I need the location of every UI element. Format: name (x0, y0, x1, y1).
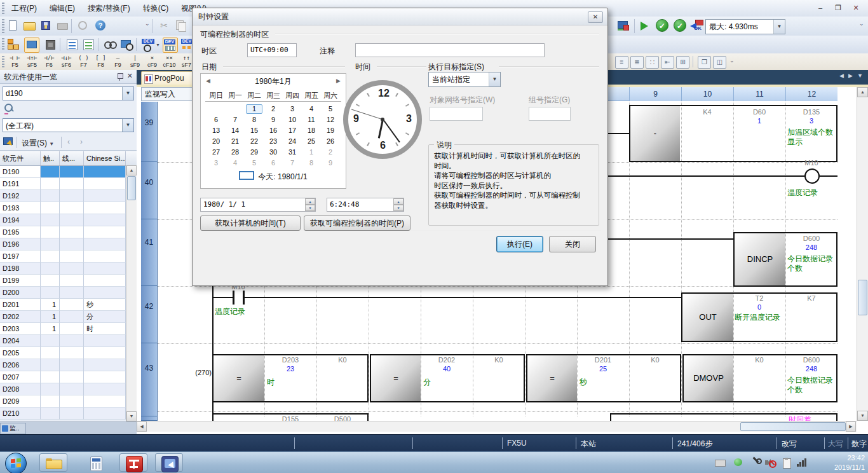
close-panel-icon[interactable]: ✕ (127, 72, 133, 80)
menu-item[interactable]: 搜索/替换(F) (81, 0, 137, 17)
save-icon[interactable] (39, 19, 52, 32)
statement-display-icon[interactable]: ≡ (615, 56, 628, 69)
table-row[interactable]: D197 (0, 250, 137, 263)
table-row[interactable]: D195 (0, 226, 137, 238)
close-dialog-button[interactable]: 关闭 (549, 236, 596, 252)
table-row[interactable]: D201 1 秒 (0, 299, 137, 311)
table-row[interactable]: D200 (0, 287, 137, 299)
verify-check-icon[interactable]: ✓ (656, 19, 668, 32)
chevron-down-icon[interactable]: ▼ (489, 72, 500, 86)
date-spinner[interactable]: ▲ ▼ (305, 198, 315, 211)
calendar-day[interactable]: 6 (207, 114, 226, 125)
time-spinner[interactable]: ▲ ▼ (393, 198, 403, 211)
device-usage-list-icon[interactable]: DEV (163, 38, 178, 53)
ladder-symbol-button[interactable]: ⊣ ⊢ F5 (6, 55, 24, 69)
table-row[interactable]: D194 (0, 214, 137, 226)
target-station-dropdown[interactable]: 当前站指定 ▼ (428, 72, 501, 87)
window-cascade-icon[interactable]: ❐ (698, 56, 711, 69)
calendar-day[interactable]: 30 (264, 147, 283, 158)
time-spinner-field[interactable]: 6:24:48 ▲ ▼ (327, 198, 404, 212)
calendar-day[interactable]: 17 (283, 125, 302, 136)
chevron-down-icon[interactable]: ▼ (773, 20, 785, 34)
taskbar-explorer-button[interactable] (39, 453, 67, 472)
scan-time-dropdown[interactable]: 最大: 4.930ms ▼ (705, 19, 785, 34)
ladder-symbol-button[interactable]: ⊣/⊢ F6 (41, 55, 58, 69)
cross-reference-list-icon[interactable] (65, 38, 79, 51)
table-row[interactable]: D205 (0, 347, 137, 359)
chat-tray-icon[interactable] (734, 458, 744, 468)
menu-item[interactable]: 编辑(E) (43, 0, 81, 17)
tab-scroll-left-icon[interactable]: ◀ (839, 72, 844, 79)
calendar-day[interactable]: 1 (302, 147, 321, 158)
window-tile-icon[interactable]: ◫ (713, 56, 726, 69)
chevron-down-icon[interactable]: ▼ (122, 87, 133, 100)
horizontal-scrollbar[interactable]: ◀ ▶ (137, 421, 857, 432)
scope-combo[interactable]: (全工程) ▼ (3, 118, 134, 132)
clipboard-tray-icon[interactable] (782, 458, 792, 468)
table-row[interactable]: D191 (0, 178, 137, 190)
scroll-down-icon[interactable]: ▼ (126, 411, 137, 422)
table-row[interactable]: D202 1 分 (0, 311, 137, 323)
tool-tray-icon[interactable] (751, 458, 761, 468)
calendar-day[interactable]: 1 (245, 104, 264, 114)
spin-down-icon[interactable]: ▼ (393, 205, 403, 211)
open-project-icon[interactable] (23, 19, 36, 32)
table-row[interactable]: D196 (0, 238, 137, 250)
new-project-icon[interactable] (6, 19, 19, 32)
spin-down-icon[interactable]: ▼ (305, 205, 315, 211)
table-row[interactable]: D206 (0, 359, 137, 371)
ladder-symbol-button[interactable]: ( ) F7 (75, 55, 92, 69)
start-button[interactable] (5, 453, 27, 473)
close-button[interactable]: ✕ (848, 3, 864, 13)
table-row[interactable]: D203 1 时 (0, 323, 137, 335)
tab-scroll-right-icon[interactable]: ▶ (848, 72, 853, 79)
device-find-icon[interactable]: DEV ▼ (141, 38, 160, 51)
ladder-symbol-button[interactable]: ×× cF10 (161, 55, 178, 69)
calendar-day[interactable]: 2 (264, 104, 283, 114)
volume-muted-tray-icon[interactable] (765, 458, 775, 468)
chevron-down-icon[interactable]: ▼ (122, 119, 133, 132)
spin-up-icon[interactable]: ▲ (305, 198, 315, 205)
table-row[interactable]: D204 (0, 335, 137, 347)
device-search-combo[interactable]: d190 ▼ (3, 86, 134, 100)
panel-tab[interactable]: 监.. (0, 423, 26, 434)
column-header[interactable]: 线... (60, 151, 84, 165)
module-icon[interactable] (43, 38, 57, 51)
project-tree-icon[interactable] (6, 38, 20, 51)
calendar-day[interactable]: 29 (245, 147, 264, 158)
ladder-symbol-button[interactable]: × cF9 (144, 55, 161, 69)
calendar-day[interactable] (226, 104, 245, 114)
prev-result-icon[interactable]: ‹ (67, 137, 70, 146)
device-table-header[interactable]: 软元件 触.. 线... Chinese Si... (0, 151, 137, 166)
get-plc-time-button[interactable]: 获取可编程控制器的时间(P) (304, 216, 410, 231)
rung-number[interactable]: 41 (141, 219, 158, 286)
calendar-day[interactable]: 6 (264, 158, 283, 168)
find-icon[interactable] (103, 38, 117, 51)
calendar-day[interactable]: 14 (226, 125, 245, 136)
network-signal-tray-icon[interactable] (797, 458, 807, 468)
calendar-day[interactable]: 18 (302, 125, 321, 136)
calendar-day[interactable]: 10 (283, 114, 302, 125)
taskbar-remote-button[interactable] (155, 453, 183, 472)
output-coil[interactable] (804, 168, 820, 184)
calendar-day[interactable]: 26 (321, 136, 340, 147)
calendar-day[interactable]: 13 (207, 125, 226, 136)
column-header[interactable]: 软元件 (0, 151, 41, 165)
calendar-day[interactable]: 11 (302, 114, 321, 125)
calendar-day[interactable]: 27 (207, 147, 226, 158)
calendar-day[interactable]: 28 (226, 147, 245, 158)
table-scrollbar[interactable]: ▲ ▼ (126, 165, 137, 422)
calendar-month-title[interactable]: 1980年1月 (201, 76, 346, 87)
calendar-day[interactable]: 21 (226, 136, 245, 147)
toolbar-overflow-icon[interactable]: ⌄ (859, 20, 864, 27)
note-display-icon[interactable]: ≣ (630, 56, 644, 69)
calendar-day[interactable]: 12 (321, 114, 340, 125)
help-icon[interactable]: ? (94, 19, 107, 32)
ok-transfer-icon[interactable]: OK (690, 19, 703, 32)
menu-item[interactable]: 转换(C) (137, 0, 175, 17)
scroll-left-icon[interactable]: ◀ (137, 422, 147, 432)
calendar-day[interactable]: 7 (283, 158, 302, 168)
table-row[interactable]: D208 (0, 383, 137, 395)
toolbar-grip[interactable] (2, 3, 4, 14)
close-icon[interactable]: ✕ (588, 11, 603, 23)
